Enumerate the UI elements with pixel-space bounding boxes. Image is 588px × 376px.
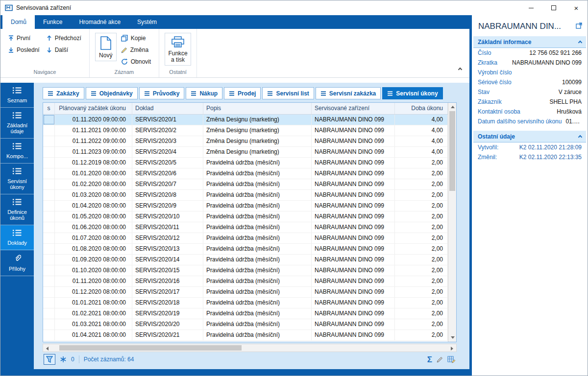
change-button[interactable]: Změna bbox=[119, 46, 153, 54]
table-row[interactable]: 01.12.2020 08:00:00SERVIS/2020/17Pravide… bbox=[43, 287, 448, 298]
table-row[interactable]: 01.08.2020 08:00:00SERVIS/2020/13Pravide… bbox=[43, 244, 448, 255]
cell-doba-ukonu: 2,00 bbox=[395, 222, 448, 233]
sidebar-item-servisn-kony[interactable]: Servisní úkony bbox=[0, 164, 34, 194]
tab-servisn-kony[interactable]: Servisní úkony bbox=[382, 87, 442, 99]
table-row[interactable]: 01.04.2020 08:00:00SERVIS/2020/9Pravidel… bbox=[43, 201, 448, 212]
table-row[interactable]: 01.05.2020 08:00:00SERVIS/2020/10Pravide… bbox=[43, 212, 448, 222]
tab-objedn-vky[interactable]: Objednávky bbox=[86, 87, 138, 99]
cell-doba-ukonu: 2,00 bbox=[395, 201, 448, 211]
field-value: K2 02.11.2020 21:28:09 bbox=[519, 144, 582, 151]
asterisk-icon[interactable] bbox=[60, 356, 67, 363]
next-button[interactable]: Další bbox=[44, 46, 84, 54]
horizontal-scroll-track[interactable] bbox=[51, 344, 448, 352]
copy-button[interactable]: Kopie bbox=[119, 34, 153, 42]
cell-doklad: SERVIS/2020/11 bbox=[132, 222, 203, 233]
filter-button[interactable] bbox=[44, 354, 55, 365]
table-row[interactable]: 01.01.2020 08:00:00SERVIS/2020/6Pravidel… bbox=[43, 168, 448, 179]
last-button[interactable]: Poslední bbox=[6, 46, 42, 54]
vertical-scrollbar[interactable] bbox=[448, 103, 456, 342]
table-body: 01.11.2020 09:00:00SERVIS/2020/1Změna De… bbox=[43, 115, 448, 341]
table-row[interactable]: 01.03.2020 08:00:00SERVIS/2020/8Pravidel… bbox=[43, 190, 448, 201]
ribbon-tab-funkce[interactable]: Funkce bbox=[35, 15, 71, 29]
table-edit-icon[interactable] bbox=[447, 356, 456, 363]
horizontal-scrollbar[interactable] bbox=[43, 344, 457, 352]
refresh-button[interactable]: Obnovit bbox=[119, 58, 153, 66]
edit-pencil-icon[interactable] bbox=[437, 356, 443, 363]
functions-print-button[interactable]: Funkce a tisk bbox=[165, 33, 191, 66]
sidebar-item-definice-kon[interactable]: Definice úkonů bbox=[0, 194, 34, 225]
section-header-z-kladn-informace[interactable]: Základní informace bbox=[473, 36, 586, 48]
cell-row-selector bbox=[43, 222, 55, 233]
cell-row-selector bbox=[43, 276, 55, 286]
scroll-down-arrow[interactable] bbox=[448, 333, 457, 342]
table-row[interactable]: 01.11.2021 09:00:00SERVIS/2020/2Změna De… bbox=[43, 125, 448, 136]
first-button[interactable]: První bbox=[6, 34, 42, 42]
cell-row-selector bbox=[43, 168, 55, 179]
table-row[interactable]: 01.11.2020 09:00:00SERVIS/2020/1Změna De… bbox=[43, 115, 448, 125]
column-header-doba-konu[interactable]: Doba úkonu bbox=[395, 103, 448, 114]
tab-zak-zky[interactable]: Zakázky bbox=[43, 87, 84, 99]
maximize-button[interactable] bbox=[542, 0, 565, 15]
ribbon-collapse-button[interactable] bbox=[459, 66, 462, 72]
table-row[interactable]: 01.10.2020 08:00:00SERVIS/2020/15Pravide… bbox=[43, 265, 448, 276]
sidebar-item-z-kladn-daje[interactable]: Základní údaje bbox=[0, 108, 34, 139]
vertical-scroll-track[interactable] bbox=[448, 111, 456, 333]
scroll-up-arrow[interactable] bbox=[448, 103, 457, 111]
table-row[interactable]: 01.07.2020 08:00:00SERVIS/2020/12Pravide… bbox=[43, 233, 448, 244]
table-row[interactable]: 01.11.2023 09:00:00SERVIS/2020/4Změna De… bbox=[43, 147, 448, 158]
scroll-left-arrow[interactable] bbox=[43, 344, 51, 352]
tab-servisn-list[interactable]: Servisní list bbox=[262, 87, 314, 99]
table-row[interactable]: 01.02.2020 08:00:00SERVIS/2020/7Pravidel… bbox=[43, 179, 448, 190]
previous-button[interactable]: Předchozí bbox=[44, 34, 84, 42]
tab-prodej[interactable]: Prodej bbox=[224, 87, 261, 99]
ribbon-tab-dom[interactable]: Domů bbox=[2, 15, 35, 29]
table-row[interactable]: 01.06.2020 08:00:00SERVIS/2020/11Pravide… bbox=[43, 222, 448, 233]
sum-button[interactable]: Σ bbox=[427, 355, 432, 364]
section-header-ostatn-daje[interactable]: Ostatní údaje bbox=[473, 131, 586, 142]
hamburger-icon bbox=[191, 91, 196, 96]
table-row[interactable]: 01.03.2021 08:00:00SERVIS/2020/20Pravide… bbox=[43, 319, 448, 330]
scroll-right-arrow[interactable] bbox=[448, 344, 456, 352]
close-button[interactable]: × bbox=[565, 0, 588, 15]
sidebar-item-kompo[interactable]: Kompo... bbox=[0, 139, 34, 164]
detail-sections: Základní informaceČíslo12 756 052 921 26… bbox=[472, 36, 588, 166]
column-header-s[interactable]: s bbox=[43, 103, 55, 114]
table-row[interactable]: 01.04.2021 08:00:00SERVIS/2020/21Pravide… bbox=[43, 330, 448, 341]
ribbon-tab-syst-m[interactable]: Systém bbox=[129, 15, 165, 29]
triangle-up-icon bbox=[451, 106, 455, 108]
cell-doklad: SERVIS/2020/7 bbox=[132, 179, 203, 189]
cell-planned-start: 01.08.2020 08:00:00 bbox=[55, 244, 132, 254]
vertical-scroll-thumb[interactable] bbox=[449, 111, 455, 191]
column-header-pl-novan-za-tek-konu[interactable]: Plánovaný začátek úkonu bbox=[55, 103, 132, 114]
sidebar-item-label: Přílohy bbox=[9, 266, 25, 272]
cell-popis: Změna Designu (marketing) bbox=[203, 147, 312, 157]
minimize-button[interactable] bbox=[520, 0, 542, 15]
tab-servisn-zak-zka[interactable]: Servisní zakázka bbox=[316, 87, 381, 99]
ribbon-tab-hromadn-akce[interactable]: Hromadné akce bbox=[71, 15, 129, 29]
collapse-chevron-icon[interactable] bbox=[579, 133, 582, 140]
column-header-servisovan-za-zen[interactable]: Servisované zařízení bbox=[312, 103, 395, 114]
sidebar-item-seznam[interactable]: Seznam bbox=[0, 83, 34, 108]
open-in-window-icon[interactable] bbox=[576, 23, 582, 30]
new-button[interactable]: Nový bbox=[95, 33, 117, 61]
cell-doba-ukonu: 2,00 bbox=[395, 255, 448, 265]
sidebar-item-doklady[interactable]: Doklady bbox=[0, 225, 34, 250]
column-header-doklad[interactable]: Doklad bbox=[132, 103, 203, 114]
table-row[interactable]: 01.01.2021 08:00:00SERVIS/2020/18Pravide… bbox=[43, 298, 448, 308]
table-row[interactable]: 01.12.2019 08:00:00SERVIS/2020/5Pravidel… bbox=[43, 158, 448, 168]
horizontal-scroll-thumb[interactable] bbox=[59, 345, 242, 351]
cell-doklad: SERVIS/2020/2 bbox=[132, 125, 203, 136]
table-row[interactable]: 01.02.2021 08:00:00SERVIS/2020/19Pravide… bbox=[43, 308, 448, 319]
collapse-chevron-icon[interactable] bbox=[579, 39, 582, 46]
cell-doba-ukonu: 2,00 bbox=[395, 233, 448, 243]
cell-row-selector bbox=[43, 125, 55, 136]
field-stav: StavV záruce bbox=[473, 87, 586, 97]
sidebar-item-p-lohy[interactable]: Přílohy bbox=[0, 250, 34, 276]
table-row[interactable]: 01.09.2020 08:00:00SERVIS/2020/14Pravide… bbox=[43, 255, 448, 265]
cell-popis: Pravidelná údržba (měsíční) bbox=[203, 298, 312, 308]
table-row[interactable]: 01.11.2020 08:00:00SERVIS/2020/16Pravide… bbox=[43, 276, 448, 287]
column-header-popis[interactable]: Popis bbox=[203, 103, 312, 114]
tab-n-kup[interactable]: Nákup bbox=[186, 87, 222, 99]
table-row[interactable]: 01.11.2022 09:00:00SERVIS/2020/3Změna De… bbox=[43, 136, 448, 147]
tab-pr-vodky[interactable]: Průvodky bbox=[139, 87, 185, 99]
